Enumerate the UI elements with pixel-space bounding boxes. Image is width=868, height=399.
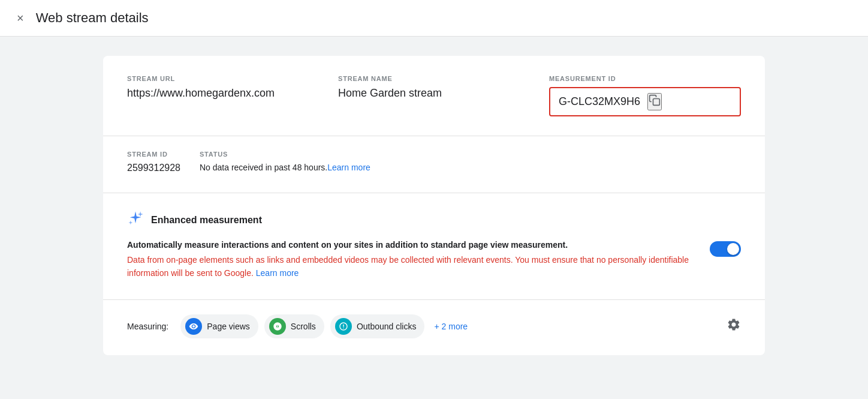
enhanced-measurement-header: Enhanced measurement [127, 210, 741, 230]
chip-scrolls-label: Scrolls [291, 322, 316, 331]
chip-outbound-clicks-label: Outbound clicks [357, 322, 417, 331]
measurement-id-value: G-CLC32MX9H6 [559, 95, 640, 108]
page-views-icon [185, 318, 202, 335]
stream-url-block: STREAM URL https://www.homegardenx.com [127, 75, 319, 116]
measuring-label: Measuring: [127, 322, 168, 331]
stream-secondary-section: STREAM ID 2599312928 STATUS No data rece… [103, 136, 765, 193]
page-title: Web stream details [36, 10, 149, 26]
chip-scrolls[interactable]: Scrolls [264, 314, 324, 338]
enhanced-secondary-text: Data from on-page elements such as links… [127, 253, 695, 280]
enhanced-measurement-section: Enhanced measurement Automatically measu… [103, 193, 765, 300]
svg-rect-0 [653, 99, 660, 106]
stream-url-value: https://www.homegardenx.com [127, 87, 319, 100]
status-block: STATUS No data received in past 48 hours… [200, 151, 741, 173]
more-chips-link[interactable]: + 2 more [434, 322, 468, 331]
stream-name-block: STREAM NAME Home Garden stream [338, 75, 530, 116]
stream-details-card: STREAM URL https://www.homegardenx.com S… [103, 56, 765, 355]
stream-url-label: STREAM URL [127, 75, 319, 82]
measurement-id-box: G-CLC32MX9H6 [549, 87, 741, 116]
copy-measurement-id-button[interactable] [647, 93, 662, 110]
sparkle-icon [127, 210, 144, 230]
stream-name-label: STREAM NAME [338, 75, 530, 82]
enhanced-primary-text: Automatically measure interactions and c… [127, 240, 695, 250]
chip-page-views[interactable]: Page views [180, 314, 258, 338]
outbound-clicks-icon [335, 318, 352, 335]
scrolls-icon [269, 318, 286, 335]
measuring-section: Measuring: Page views [103, 300, 765, 355]
measurement-id-label: MEASUREMENT ID [549, 75, 741, 82]
close-button[interactable]: × [14, 10, 26, 26]
status-value: No data received in past 48 hours.Learn … [200, 163, 741, 172]
stream-info-section: STREAM URL https://www.homegardenx.com S… [103, 56, 765, 136]
chips-row: Page views Scrolls [180, 314, 741, 338]
status-learn-more-link[interactable]: Learn more [327, 163, 370, 172]
page-header: × Web stream details [0, 0, 868, 37]
stream-id-block: STREAM ID 2599312928 [127, 151, 180, 173]
enhanced-learn-more-link[interactable]: Learn more [256, 268, 299, 278]
stream-id-label: STREAM ID [127, 151, 180, 158]
enhanced-toggle[interactable] [710, 241, 741, 257]
main-content: STREAM URL https://www.homegardenx.com S… [74, 37, 794, 374]
measurement-id-block: MEASUREMENT ID G-CLC32MX9H6 [549, 75, 741, 116]
status-label: STATUS [200, 151, 741, 158]
stream-id-value: 2599312928 [127, 163, 180, 173]
chip-outbound-clicks[interactable]: Outbound clicks [330, 314, 425, 338]
enhanced-measurement-text: Automatically measure interactions and c… [127, 240, 695, 280]
enhanced-measurement-body: Automatically measure interactions and c… [127, 240, 741, 280]
measuring-settings-button[interactable] [727, 317, 741, 335]
stream-name-value: Home Garden stream [338, 87, 530, 100]
enhanced-measurement-title: Enhanced measurement [151, 215, 262, 226]
chip-page-views-label: Page views [207, 322, 250, 331]
toggle-thumb [727, 243, 739, 255]
